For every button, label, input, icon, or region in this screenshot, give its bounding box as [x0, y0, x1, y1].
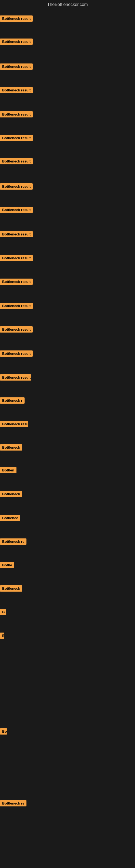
- bottleneck-result-item: Bottleneck re: [0, 800, 27, 806]
- bottleneck-result-item: Bottleneck result: [0, 38, 33, 45]
- bottleneck-result-item: Bottleneck result: [0, 87, 33, 93]
- bottleneck-result-item: Bottleneck r: [0, 397, 25, 404]
- site-title: TheBottlenecker.com: [0, 0, 135, 10]
- bottleneck-result-item: Bottleneck result: [0, 111, 33, 118]
- bottleneck-result-item: Bottlen: [0, 467, 16, 473]
- bottleneck-result-item: Bottlenec: [0, 515, 20, 521]
- bottleneck-result-item: Bottleneck result: [0, 207, 33, 213]
- bottleneck-result-item: Bottleneck result: [0, 183, 33, 190]
- bottleneck-result-item: Bottleneck result: [0, 158, 33, 164]
- bottleneck-result-item: Bottleneck resu: [0, 421, 28, 427]
- bottleneck-result-item: Bottleneck result: [0, 374, 31, 380]
- bottleneck-result-item: Bottleneck: [0, 585, 22, 592]
- bottleneck-result-item: Bottleneck result: [0, 16, 33, 22]
- bottleneck-result-item: Bottleneck result: [0, 255, 33, 261]
- bottleneck-result-item: Bottleneck re: [0, 538, 27, 545]
- bottleneck-result-item: Bottleneck result: [0, 350, 33, 357]
- bottleneck-result-item: Bo: [0, 728, 7, 735]
- bottleneck-result-item: Bottleneck result: [0, 326, 33, 333]
- bottleneck-result-item: Bottleneck result: [0, 303, 33, 309]
- bottleneck-result-item: Bottleneck result: [0, 279, 33, 285]
- bottleneck-result-item: B: [0, 632, 4, 639]
- bottleneck-result-item: Bottleneck result: [0, 135, 33, 141]
- bottleneck-result-item: Bottleneck result: [0, 63, 33, 70]
- bottleneck-result-item: B: [0, 609, 6, 615]
- bottleneck-result-item: Bottleneck: [0, 491, 22, 497]
- bottleneck-result-item: Bottleneck: [0, 444, 22, 451]
- bottleneck-result-item: Bottle: [0, 562, 14, 568]
- bottleneck-result-item: Bottleneck result: [0, 231, 33, 237]
